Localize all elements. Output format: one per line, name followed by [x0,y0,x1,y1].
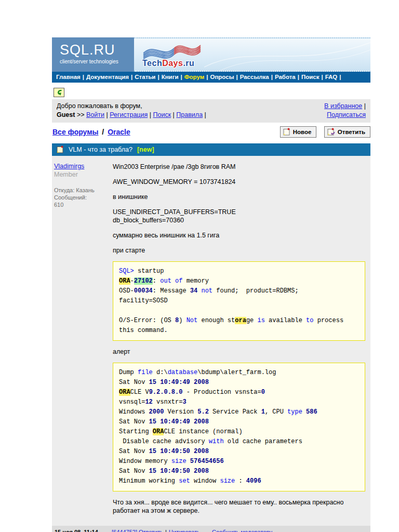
code-line: OSD-00034: Message 34 not found; product… [119,286,359,296]
pipe: | [104,111,110,118]
nav-item-опросы[interactable]: Опросы [210,74,234,80]
author-origin: Откуда: Казань [54,187,111,194]
post-body: Win2003 Enterprise /pae /3gb 8гигов RAMA… [112,156,370,526]
topic-header: VLM - что за трабла? [new] [52,143,370,156]
user-link-регистрация[interactable]: Регистрация [110,111,148,118]
jump-to-new-icon[interactable] [54,88,64,97]
main-nav: Главная|Документация|Статьи|Книги|Форум|… [52,72,370,83]
post-footer: 15 ноя 08, 11:14 [6444752] Ответить|Цити… [52,526,370,532]
welcome-right: В избранное | Подписаться [324,102,366,119]
reply-note-icon [327,128,335,136]
message-id-link[interactable]: [6444752] [112,529,137,532]
nav-separator: | [319,74,325,80]
code-line: Sat Nov 15 10:49:50 2008 [119,467,359,476]
welcome-text: Добро пожаловать в форум, [57,102,206,111]
code-line: Sat Nov 15 10:49:49 2008 [119,417,359,427]
site-header: SQL.RU client/server technologies TechDa… [52,37,370,72]
jump-row [54,88,370,98]
nav-item-главная[interactable]: Главная [56,74,81,80]
code-line: Sat Nov 15 10:49:49 2008 [119,378,359,388]
note-icon [283,128,290,136]
nav-item-работа[interactable]: Работа [275,74,296,80]
code-line: Window memory size 576454656 [119,457,359,467]
reply-link[interactable]: Ответить [139,529,163,532]
nav-separator: | [179,74,184,80]
code-line: SQL> startup [119,267,359,276]
favorites-link[interactable]: В избранное [324,102,362,110]
logo-title: SQL.RU [60,43,134,57]
author-link[interactable]: Vladimirgs [54,163,84,170]
code-line: ORA-27102: out of memory [119,276,359,286]
post-paragraph: AWE_WINDOW_MEMORY = 1073741824 [113,178,365,186]
code-line: Starting ORACLE instance (normal) [119,427,359,437]
pipe: | [203,111,206,118]
new-badge: [new] [137,146,154,153]
post-paragraph: Win2003 Enterprise /pae /3gb 8гигов RAM [113,163,365,171]
post-paragraph: USE_INDIRECT_DATA_BUFFERS=TRUEdb_block_b… [113,208,365,224]
user-link-войти[interactable]: Войти [86,111,104,118]
nav-separator: | [81,74,86,80]
nav-separator: | [155,74,161,80]
post-footer-links: [6444752] Ответить|Цитировать Сообщить м… [112,529,272,532]
nav-item-книги[interactable]: Книги [162,74,179,80]
techdays-ru: .ru [183,59,194,68]
nav-item-faq[interactable]: FAQ [325,74,338,80]
user-link-поиск[interactable]: Поиск [153,111,171,118]
report-moderator-link[interactable]: Сообщить модератору [212,529,272,532]
techdays-banner[interactable]: TechDays.ru [134,37,370,72]
author-role: Member [54,171,111,179]
user-links: Войти | Регистрация | Поиск | Правила | [86,111,206,118]
techdays-tech: Tech [142,59,162,68]
nav-item-статьи[interactable]: Статьи [135,74,155,80]
code-line: this command. [119,326,359,336]
post: Vladimirgs Member Откуда: Казань Сообщен… [52,156,370,526]
code-line: O/S-Error: (OS 8) Not enough storage is … [119,316,359,326]
pipe: | [148,111,153,118]
quote-link[interactable]: Цитировать [169,529,200,532]
closing-text: Что за хня... вроде все видится... чего … [113,498,365,515]
username: Guest [57,111,75,118]
welcome-bar: Добро пожаловать в форум, Guest >> Войти… [52,99,370,123]
code-block-alert-log: Dump file d:\database\bdump\alert_farm.l… [113,363,365,491]
nav-separator: | [269,74,275,80]
nav-item-рассылка[interactable]: Рассылка [240,74,269,80]
nav-separator: | [296,74,301,80]
code-line [119,306,359,316]
code-line: Disable cache advisory with old cache pa… [119,437,359,447]
breadcrumb-row: Все форумы / Oracle Новое Ответить [52,123,370,142]
breadcrumb-all-forums[interactable]: Все форумы [52,128,98,136]
techdays-logo-text: TechDays.ru [142,59,194,68]
logo-subtitle: client/server technologies [60,59,134,64]
user-link-правила[interactable]: Правила [176,111,203,118]
author-messages-label: Сообщений: [54,194,111,201]
nav-separator: | [234,74,240,80]
pipe: | [364,102,366,110]
nav-item-документация[interactable]: Документация [86,74,129,80]
techdays-days: Days [162,59,183,68]
nav-separator: | [337,74,343,80]
author-messages-count: 610 [54,201,111,208]
code-line: vsnsql=12 vsnxtr=3 [119,397,359,407]
code-line: Windows 2000 Version 5.2 Service Pack 1,… [119,407,359,417]
arrows: >> [77,111,85,118]
breadcrumb-separator: / [98,128,108,136]
pipe: | [171,111,176,118]
new-topic-button[interactable]: Новое [280,126,317,138]
nav-separator: | [129,74,135,80]
topic-actions: Новое Ответить [280,126,370,138]
code-block-startup: SQL> startupORA-27102: out of memoryOSD-… [113,261,365,341]
code-line: Sat Nov 15 10:49:50 2008 [119,447,359,457]
banner-decoration [204,38,370,71]
poster-column: Vladimirgs Member Откуда: Казань Сообщен… [52,156,112,526]
post-paragraphs: Win2003 Enterprise /pae /3gb 8гигов RAMA… [113,163,365,255]
nav-item-форум[interactable]: Форум [184,74,204,80]
subscribe-link[interactable]: Подписаться [327,111,366,118]
new-topic-label: Новое [293,129,312,135]
breadcrumb-oracle[interactable]: Oracle [108,128,130,136]
sqlru-logo[interactable]: SQL.RU client/server technologies [52,37,134,72]
topic-title: VLM - что за трабла? [69,146,132,153]
reply-button-label: Ответить [338,129,365,135]
nav-item-поиск[interactable]: Поиск [301,74,320,80]
reply-button[interactable]: Ответить [324,126,370,138]
code-line: ORACLE V9.2.0.8.0 - Production vsnsta=0 [119,388,359,397]
